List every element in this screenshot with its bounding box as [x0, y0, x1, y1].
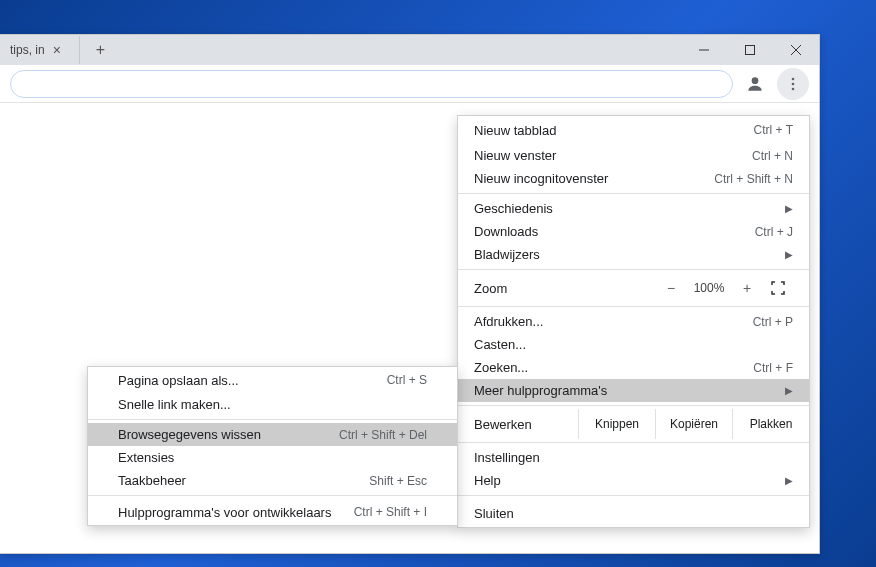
- svg-point-4: [752, 77, 759, 84]
- menu-find[interactable]: Zoeken...Ctrl + F: [458, 356, 809, 379]
- address-bar[interactable]: [10, 70, 733, 98]
- label: Bladwijzers: [474, 247, 540, 262]
- submenu-save-page[interactable]: Pagina opslaan als...Ctrl + S: [88, 367, 457, 393]
- separator: [88, 495, 457, 496]
- menu-cast[interactable]: Casten...: [458, 333, 809, 356]
- profile-icon[interactable]: [739, 68, 771, 100]
- label: Sluiten: [474, 506, 514, 521]
- more-tools-submenu: Pagina opslaan als...Ctrl + S Snelle lin…: [87, 366, 458, 526]
- shortcut: Ctrl + T: [754, 123, 793, 137]
- svg-point-7: [792, 87, 795, 90]
- menu-downloads[interactable]: DownloadsCtrl + J: [458, 220, 809, 243]
- label: Browsegegevens wissen: [118, 427, 261, 442]
- shortcut: Ctrl + N: [752, 149, 793, 163]
- close-window-button[interactable]: [773, 36, 819, 65]
- menu-history[interactable]: Geschiedenis▶: [458, 197, 809, 220]
- label: Help: [474, 473, 501, 488]
- submenu-extensions[interactable]: Extensies: [88, 446, 457, 469]
- separator: [88, 419, 457, 420]
- menu-incognito[interactable]: Nieuw incognitovensterCtrl + Shift + N: [458, 167, 809, 190]
- chevron-right-icon: ▶: [785, 249, 793, 260]
- zoom-out-button[interactable]: −: [655, 280, 687, 296]
- tab-title: tips, in: [10, 43, 45, 57]
- submenu-dev-tools[interactable]: Hulpprogramma's voor ontwikkelaarsCtrl +…: [88, 499, 457, 525]
- svg-point-5: [792, 77, 795, 80]
- label: Snelle link maken...: [118, 397, 231, 412]
- shortcut: Ctrl + S: [387, 373, 427, 387]
- copy-button[interactable]: Kopiëren: [655, 409, 732, 439]
- shortcut: Ctrl + Shift + I: [354, 505, 427, 519]
- separator: [458, 405, 809, 406]
- window-controls: [681, 36, 819, 65]
- shortcut: Ctrl + Shift + N: [714, 172, 793, 186]
- menu-zoom: Zoom − 100% +: [458, 273, 809, 303]
- label: Zoom: [474, 281, 655, 296]
- chevron-right-icon: ▶: [785, 385, 793, 396]
- browser-tab[interactable]: tips, in ×: [0, 35, 71, 65]
- label: Downloads: [474, 224, 538, 239]
- label: Casten...: [474, 337, 526, 352]
- shortcut: Ctrl + F: [753, 361, 793, 375]
- shortcut: Shift + Esc: [369, 474, 427, 488]
- separator: [458, 306, 809, 307]
- separator: [458, 495, 809, 496]
- label: Bewerken: [458, 417, 578, 432]
- label: Geschiedenis: [474, 201, 553, 216]
- menu-exit[interactable]: Sluiten: [458, 499, 809, 527]
- menu-new-window[interactable]: Nieuw vensterCtrl + N: [458, 144, 809, 167]
- chevron-right-icon: ▶: [785, 203, 793, 214]
- chrome-menu: Nieuw tabbladCtrl + T Nieuw vensterCtrl …: [457, 115, 810, 528]
- label: Zoeken...: [474, 360, 528, 375]
- menu-bookmarks[interactable]: Bladwijzers▶: [458, 243, 809, 266]
- label: Afdrukken...: [474, 314, 543, 329]
- label: Extensies: [118, 450, 174, 465]
- label: Nieuw tabblad: [474, 123, 556, 138]
- menu-new-tab[interactable]: Nieuw tabbladCtrl + T: [458, 116, 809, 144]
- menu-settings[interactable]: Instellingen: [458, 446, 809, 469]
- label: Nieuw venster: [474, 148, 556, 163]
- menu-more-tools[interactable]: Meer hulpprogramma's▶: [458, 379, 809, 402]
- separator: [458, 442, 809, 443]
- svg-rect-1: [746, 46, 755, 55]
- svg-point-6: [792, 82, 795, 85]
- zoom-in-button[interactable]: +: [731, 280, 763, 296]
- separator: [458, 269, 809, 270]
- menu-help[interactable]: Help▶: [458, 469, 809, 492]
- zoom-value: 100%: [687, 281, 731, 295]
- label: Instellingen: [474, 450, 540, 465]
- shortcut: Ctrl + J: [755, 225, 793, 239]
- menu-print[interactable]: Afdrukken...Ctrl + P: [458, 310, 809, 333]
- toolbar: [0, 65, 819, 103]
- close-tab-icon[interactable]: ×: [53, 42, 61, 58]
- chevron-right-icon: ▶: [785, 475, 793, 486]
- fullscreen-icon[interactable]: [763, 281, 793, 295]
- submenu-create-shortcut[interactable]: Snelle link maken...: [88, 393, 457, 416]
- label: Nieuw incognitovenster: [474, 171, 608, 186]
- cut-button[interactable]: Knippen: [578, 409, 655, 439]
- separator: [458, 193, 809, 194]
- menu-edit-row: Bewerken Knippen Kopiëren Plakken: [458, 409, 809, 439]
- kebab-menu-icon[interactable]: [777, 68, 809, 100]
- shortcut: Ctrl + P: [753, 315, 793, 329]
- new-tab-button[interactable]: +: [79, 36, 107, 64]
- maximize-button[interactable]: [727, 36, 773, 65]
- label: Taakbeheer: [118, 473, 186, 488]
- minimize-button[interactable]: [681, 36, 727, 65]
- submenu-task-manager[interactable]: TaakbeheerShift + Esc: [88, 469, 457, 492]
- tab-strip: tips, in × +: [0, 35, 819, 65]
- shortcut: Ctrl + Shift + Del: [339, 428, 427, 442]
- label: Hulpprogramma's voor ontwikkelaars: [118, 505, 331, 520]
- label: Meer hulpprogramma's: [474, 383, 607, 398]
- label: Pagina opslaan als...: [118, 373, 239, 388]
- paste-button[interactable]: Plakken: [732, 409, 809, 439]
- submenu-clear-browsing-data[interactable]: Browsegegevens wissenCtrl + Shift + Del: [88, 423, 457, 446]
